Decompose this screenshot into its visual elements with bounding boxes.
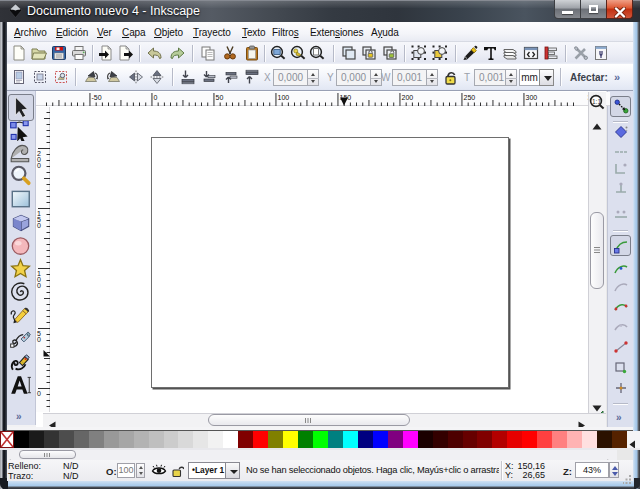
svg-text:50: 50 [216,94,224,101]
svg-text:-50: -50 [92,94,102,101]
svg-text:250: 250 [464,94,476,101]
svg-text:0: 0 [37,390,41,397]
svg-text:0: 0 [37,222,41,229]
svg-text:0: 0 [154,94,158,101]
svg-text:200: 200 [402,94,414,101]
svg-text:1:1: 1:1 [592,98,601,105]
svg-text:300: 300 [526,94,538,101]
svg-text:0: 0 [37,162,41,169]
svg-text:0: 0 [37,336,41,343]
svg-text:0: 0 [37,282,41,289]
svg-text:100: 100 [278,94,290,101]
